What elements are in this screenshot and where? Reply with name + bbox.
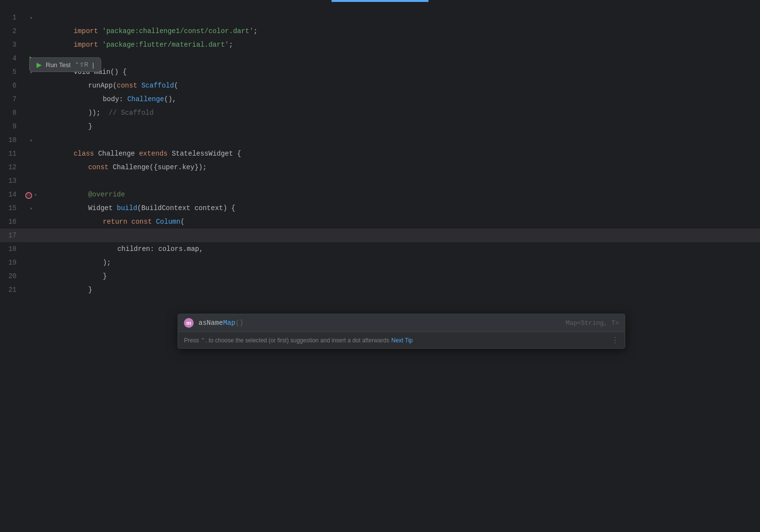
run-test-shortcut: ⌃⇧R	[74, 61, 89, 68]
next-tip-link[interactable]: Next Tip	[391, 337, 413, 344]
line-number-13: 13	[0, 174, 24, 188]
code-line-13: 13 @override	[0, 174, 760, 188]
tip-text: Press ⌃. to choose the selected (or firs…	[184, 337, 389, 344]
run-icon: ▶	[36, 61, 42, 69]
line-number-16: 16	[0, 215, 24, 229]
code-line-14: 14 O ▾ Widget build(BuildContext context…	[0, 188, 760, 201]
code-line-9: 9	[0, 120, 760, 133]
code-line-5: 5 ▾ runApp(const Scaffold(	[0, 65, 760, 79]
line-number-4: 4	[0, 52, 24, 65]
run-test-tooltip: ▶ Run Test ⌃⇧R |	[29, 57, 101, 72]
code-line-15: 15 ▾ return const Column(	[0, 201, 760, 215]
collapse-arrow-1[interactable]: ▾	[30, 12, 33, 25]
more-options-icon[interactable]: ⋮	[611, 336, 619, 345]
code-line-10: 10 ▾ class Challenge extends StatelessWi…	[0, 133, 760, 147]
autocomplete-tip-bar: Press ⌃. to choose the selected (or firs…	[178, 332, 625, 348]
collapse-arrow-15[interactable]: ▾	[30, 202, 33, 216]
autocomplete-name: asNameMap	[199, 319, 235, 327]
code-line-11: 11 const Challenge({super.key});	[0, 147, 760, 160]
line-number-18: 18	[0, 242, 24, 256]
line-number-3: 3	[0, 38, 24, 52]
autocomplete-item-selected[interactable]: m asNameMap () Map<String, T>	[178, 314, 625, 332]
code-line-6: 6 body: Challenge(),	[0, 79, 760, 92]
line-number-7: 7	[0, 92, 24, 106]
line-number-12: 12	[0, 160, 24, 174]
collapse-arrow-10[interactable]: ▾	[30, 134, 33, 148]
method-icon: m	[184, 318, 194, 328]
code-line-17: 17 children: colors.map,	[0, 229, 760, 242]
collapse-arrow-14[interactable]: ▾	[34, 189, 37, 202]
line-gutter-15: ▾	[24, 202, 39, 216]
code-line-2: 2 import 'package:flutter/material.dart'…	[0, 24, 760, 38]
top-bar-indicator	[331, 0, 429, 2]
run-test-separator: |	[92, 61, 94, 69]
code-line-20: 20 }	[0, 269, 760, 283]
line-number-10: 10	[0, 133, 24, 147]
line-gutter-10: ▾	[24, 134, 39, 148]
code-line-8: 8 }	[0, 106, 760, 120]
line-number-5: 5	[0, 65, 24, 79]
line-number-14: 14	[0, 188, 24, 201]
code-line-4: 4 ▶ void main() {	[0, 52, 760, 65]
code-line-1: 1 ▾ import 'package:challenge1/const/col…	[0, 11, 760, 24]
line-gutter-14: O ▾	[24, 189, 39, 202]
autocomplete-params: ()	[235, 319, 244, 327]
line-number-11: 11	[0, 147, 24, 160]
autocomplete-name-before: asName	[199, 319, 223, 327]
code-line-12: 12	[0, 160, 760, 174]
code-line-7: 7 )); // Scaffold	[0, 92, 760, 106]
line-number-21: 21	[0, 283, 24, 297]
code-line-21: 21	[0, 283, 760, 297]
code-line-18: 18 );	[0, 242, 760, 256]
line-gutter-1: ▾	[24, 12, 39, 25]
run-test-label: Run Test	[46, 61, 71, 69]
code-area: 1 ▾ import 'package:challenge1/const/col…	[0, 11, 760, 297]
editor-container: 1 ▾ import 'package:challenge1/const/col…	[0, 0, 760, 532]
override-icon: O	[25, 192, 32, 199]
line-number-6: 6	[0, 79, 24, 92]
autocomplete-type: Map<String, T>	[566, 319, 619, 327]
line-number-2: 2	[0, 24, 24, 38]
top-bar	[0, 0, 760, 4]
code-line-3: 3	[0, 38, 760, 52]
autocomplete-popup: m asNameMap () Map<String, T> Press ⌃. t…	[178, 314, 625, 349]
line-number-15: 15	[0, 201, 24, 215]
line-number-1: 1	[0, 11, 24, 24]
line-number-8: 8	[0, 106, 24, 120]
line-number-17: 17	[0, 229, 24, 242]
line-number-20: 20	[0, 269, 24, 283]
code-line-19: 19 }	[0, 256, 760, 269]
code-line-16: 16 mainAxisAlignment: MainAxisAlignment.…	[0, 215, 760, 229]
line-number-9: 9	[0, 120, 24, 133]
line-number-19: 19	[0, 256, 24, 269]
autocomplete-name-highlight: Map	[223, 319, 235, 327]
